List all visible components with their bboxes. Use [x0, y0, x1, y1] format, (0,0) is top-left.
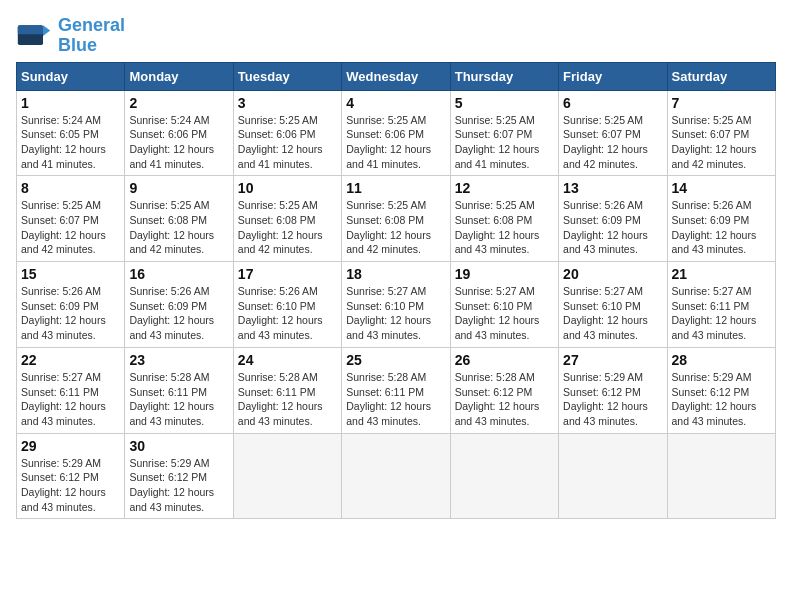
- day-number: 22: [21, 352, 120, 368]
- day-number: 20: [563, 266, 662, 282]
- calendar-cell: 10 Sunrise: 5:25 AM Sunset: 6:08 PM Dayl…: [233, 176, 341, 262]
- weekday-header: Saturday: [667, 62, 775, 90]
- day-info: Sunrise: 5:25 AM Sunset: 6:07 PM Dayligh…: [672, 113, 771, 172]
- day-info: Sunrise: 5:26 AM Sunset: 6:09 PM Dayligh…: [563, 198, 662, 257]
- day-info: Sunrise: 5:28 AM Sunset: 6:12 PM Dayligh…: [455, 370, 554, 429]
- day-info: Sunrise: 5:25 AM Sunset: 6:08 PM Dayligh…: [238, 198, 337, 257]
- day-info: Sunrise: 5:29 AM Sunset: 6:12 PM Dayligh…: [21, 456, 120, 515]
- day-info: Sunrise: 5:25 AM Sunset: 6:06 PM Dayligh…: [346, 113, 445, 172]
- calendar-cell: 14 Sunrise: 5:26 AM Sunset: 6:09 PM Dayl…: [667, 176, 775, 262]
- calendar-cell: 6 Sunrise: 5:25 AM Sunset: 6:07 PM Dayli…: [559, 90, 667, 176]
- day-number: 24: [238, 352, 337, 368]
- calendar-cell: 9 Sunrise: 5:25 AM Sunset: 6:08 PM Dayli…: [125, 176, 233, 262]
- day-info: Sunrise: 5:29 AM Sunset: 6:12 PM Dayligh…: [672, 370, 771, 429]
- calendar-cell: 13 Sunrise: 5:26 AM Sunset: 6:09 PM Dayl…: [559, 176, 667, 262]
- day-number: 18: [346, 266, 445, 282]
- day-info: Sunrise: 5:25 AM Sunset: 6:07 PM Dayligh…: [21, 198, 120, 257]
- day-info: Sunrise: 5:25 AM Sunset: 6:07 PM Dayligh…: [563, 113, 662, 172]
- calendar-cell: 15 Sunrise: 5:26 AM Sunset: 6:09 PM Dayl…: [17, 262, 125, 348]
- day-number: 28: [672, 352, 771, 368]
- calendar-cell: 23 Sunrise: 5:28 AM Sunset: 6:11 PM Dayl…: [125, 347, 233, 433]
- day-info: Sunrise: 5:25 AM Sunset: 6:06 PM Dayligh…: [238, 113, 337, 172]
- day-number: 7: [672, 95, 771, 111]
- weekday-header: Thursday: [450, 62, 558, 90]
- weekday-header: Wednesday: [342, 62, 450, 90]
- header-row: SundayMondayTuesdayWednesdayThursdayFrid…: [17, 62, 776, 90]
- week-row: 8 Sunrise: 5:25 AM Sunset: 6:07 PM Dayli…: [17, 176, 776, 262]
- weekday-header: Sunday: [17, 62, 125, 90]
- calendar-cell: 11 Sunrise: 5:25 AM Sunset: 6:08 PM Dayl…: [342, 176, 450, 262]
- calendar-cell: 28 Sunrise: 5:29 AM Sunset: 6:12 PM Dayl…: [667, 347, 775, 433]
- week-row: 22 Sunrise: 5:27 AM Sunset: 6:11 PM Dayl…: [17, 347, 776, 433]
- day-info: Sunrise: 5:28 AM Sunset: 6:11 PM Dayligh…: [129, 370, 228, 429]
- day-number: 21: [672, 266, 771, 282]
- day-number: 10: [238, 180, 337, 196]
- day-info: Sunrise: 5:27 AM Sunset: 6:11 PM Dayligh…: [672, 284, 771, 343]
- week-row: 15 Sunrise: 5:26 AM Sunset: 6:09 PM Dayl…: [17, 262, 776, 348]
- calendar-cell: [450, 433, 558, 519]
- calendar-cell: 8 Sunrise: 5:25 AM Sunset: 6:07 PM Dayli…: [17, 176, 125, 262]
- day-info: Sunrise: 5:27 AM Sunset: 6:10 PM Dayligh…: [455, 284, 554, 343]
- logo-text: General Blue: [58, 16, 125, 56]
- day-number: 16: [129, 266, 228, 282]
- calendar-cell: 18 Sunrise: 5:27 AM Sunset: 6:10 PM Dayl…: [342, 262, 450, 348]
- day-info: Sunrise: 5:26 AM Sunset: 6:09 PM Dayligh…: [672, 198, 771, 257]
- day-info: Sunrise: 5:27 AM Sunset: 6:10 PM Dayligh…: [563, 284, 662, 343]
- weekday-header: Friday: [559, 62, 667, 90]
- calendar-cell: 24 Sunrise: 5:28 AM Sunset: 6:11 PM Dayl…: [233, 347, 341, 433]
- header: General Blue: [16, 16, 776, 56]
- day-number: 13: [563, 180, 662, 196]
- calendar-cell: 26 Sunrise: 5:28 AM Sunset: 6:12 PM Dayl…: [450, 347, 558, 433]
- day-info: Sunrise: 5:28 AM Sunset: 6:11 PM Dayligh…: [346, 370, 445, 429]
- day-number: 25: [346, 352, 445, 368]
- day-number: 11: [346, 180, 445, 196]
- day-number: 3: [238, 95, 337, 111]
- calendar-cell: 5 Sunrise: 5:25 AM Sunset: 6:07 PM Dayli…: [450, 90, 558, 176]
- calendar-cell: 4 Sunrise: 5:25 AM Sunset: 6:06 PM Dayli…: [342, 90, 450, 176]
- day-info: Sunrise: 5:25 AM Sunset: 6:08 PM Dayligh…: [346, 198, 445, 257]
- day-number: 5: [455, 95, 554, 111]
- calendar-cell: 22 Sunrise: 5:27 AM Sunset: 6:11 PM Dayl…: [17, 347, 125, 433]
- day-info: Sunrise: 5:26 AM Sunset: 6:09 PM Dayligh…: [21, 284, 120, 343]
- calendar-cell: 29 Sunrise: 5:29 AM Sunset: 6:12 PM Dayl…: [17, 433, 125, 519]
- week-row: 29 Sunrise: 5:29 AM Sunset: 6:12 PM Dayl…: [17, 433, 776, 519]
- calendar-cell: [233, 433, 341, 519]
- calendar-cell: [342, 433, 450, 519]
- day-number: 1: [21, 95, 120, 111]
- day-number: 6: [563, 95, 662, 111]
- calendar-cell: 27 Sunrise: 5:29 AM Sunset: 6:12 PM Dayl…: [559, 347, 667, 433]
- calendar: SundayMondayTuesdayWednesdayThursdayFrid…: [16, 62, 776, 520]
- day-number: 9: [129, 180, 228, 196]
- day-info: Sunrise: 5:25 AM Sunset: 6:07 PM Dayligh…: [455, 113, 554, 172]
- day-number: 30: [129, 438, 228, 454]
- day-info: Sunrise: 5:26 AM Sunset: 6:10 PM Dayligh…: [238, 284, 337, 343]
- day-number: 23: [129, 352, 228, 368]
- day-number: 29: [21, 438, 120, 454]
- calendar-cell: 2 Sunrise: 5:24 AM Sunset: 6:06 PM Dayli…: [125, 90, 233, 176]
- day-info: Sunrise: 5:27 AM Sunset: 6:10 PM Dayligh…: [346, 284, 445, 343]
- calendar-cell: 25 Sunrise: 5:28 AM Sunset: 6:11 PM Dayl…: [342, 347, 450, 433]
- day-info: Sunrise: 5:24 AM Sunset: 6:06 PM Dayligh…: [129, 113, 228, 172]
- logo-icon: [16, 18, 52, 54]
- day-number: 26: [455, 352, 554, 368]
- day-info: Sunrise: 5:28 AM Sunset: 6:11 PM Dayligh…: [238, 370, 337, 429]
- calendar-cell: 20 Sunrise: 5:27 AM Sunset: 6:10 PM Dayl…: [559, 262, 667, 348]
- day-number: 17: [238, 266, 337, 282]
- calendar-cell: 30 Sunrise: 5:29 AM Sunset: 6:12 PM Dayl…: [125, 433, 233, 519]
- weekday-header: Tuesday: [233, 62, 341, 90]
- day-number: 8: [21, 180, 120, 196]
- calendar-cell: [559, 433, 667, 519]
- calendar-cell: [667, 433, 775, 519]
- day-number: 15: [21, 266, 120, 282]
- day-number: 27: [563, 352, 662, 368]
- day-info: Sunrise: 5:26 AM Sunset: 6:09 PM Dayligh…: [129, 284, 228, 343]
- svg-marker-2: [43, 25, 50, 36]
- day-number: 14: [672, 180, 771, 196]
- calendar-cell: 7 Sunrise: 5:25 AM Sunset: 6:07 PM Dayli…: [667, 90, 775, 176]
- day-number: 4: [346, 95, 445, 111]
- calendar-cell: 19 Sunrise: 5:27 AM Sunset: 6:10 PM Dayl…: [450, 262, 558, 348]
- day-info: Sunrise: 5:25 AM Sunset: 6:08 PM Dayligh…: [455, 198, 554, 257]
- day-info: Sunrise: 5:27 AM Sunset: 6:11 PM Dayligh…: [21, 370, 120, 429]
- calendar-cell: 3 Sunrise: 5:25 AM Sunset: 6:06 PM Dayli…: [233, 90, 341, 176]
- day-info: Sunrise: 5:29 AM Sunset: 6:12 PM Dayligh…: [563, 370, 662, 429]
